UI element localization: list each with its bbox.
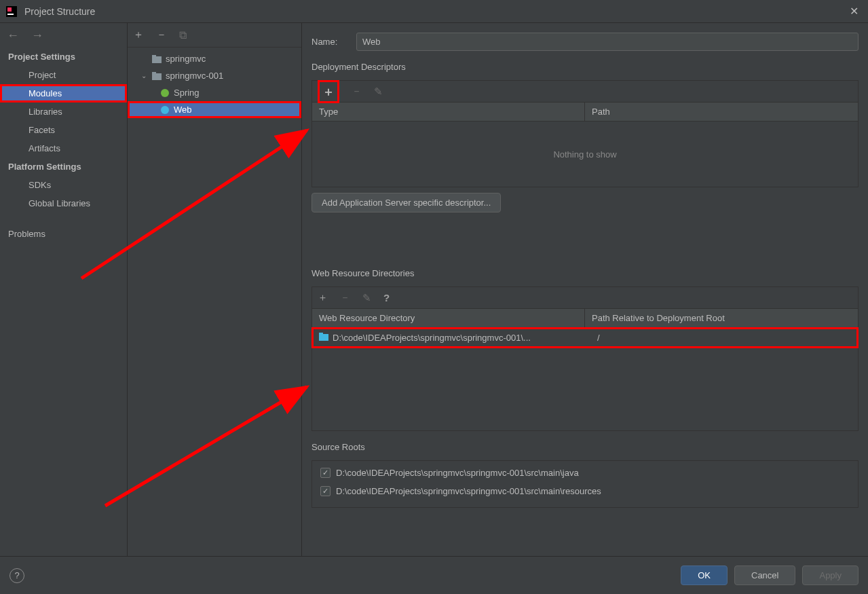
section-project-settings: Project Settings [0,48,127,66]
ok-button[interactable]: OK [681,565,728,585]
dd-toolbar: ＋ － ✎ [312,80,858,102]
tree-spring[interactable]: Spring [128,84,301,101]
svg-rect-5 [152,73,162,80]
help-button[interactable]: ? [10,568,24,583]
svg-rect-4 [152,55,156,57]
content-panel: Name: Deployment Descriptors ＋ － ✎ Type … [302,23,868,556]
tree-toolbar: ＋ － ⧉ [128,23,301,48]
source-roots-panel: ✓ D:\code\IDEAProjects\springmvc\springm… [312,460,858,508]
module-tree: springmvc ⌄ springmvc-001 Spring Web [128,48,301,118]
dd-col-path: Path [585,103,858,121]
web-icon [159,105,171,115]
cancel-button[interactable]: Cancel [734,565,795,585]
wrd-col1: Web Resource Directory [312,309,585,327]
svg-rect-3 [152,56,162,63]
svg-rect-2 [7,14,14,15]
folder-icon [319,333,328,343]
nav-libraries[interactable]: Libraries [0,103,127,121]
checkbox-checked-icon[interactable]: ✓ [320,486,331,496]
add-icon[interactable]: ＋ [133,28,144,42]
wrd-row-path: / [592,333,851,343]
wrd-row[interactable]: D:\code\IDEAProjects\springmvc\springmvc… [312,327,858,348]
nav-sdks[interactable]: SDKs [0,176,127,194]
wrd-table-body [312,348,858,431]
svg-point-7 [161,89,169,97]
wrd-row-dir-cell: D:\code\IDEAProjects\springmvc\springmvc… [319,333,592,343]
tree-spring-label: Spring [174,88,200,98]
nav-project[interactable]: Project [0,66,127,84]
svg-rect-10 [319,333,323,335]
folder-icon [151,55,163,63]
footer: ? OK Cancel Apply [0,556,868,594]
help-icon[interactable]: ? [383,292,390,303]
tree-root[interactable]: springmvc [128,50,301,67]
sidebar-left: ← → Project Settings Project Modules Lib… [0,23,128,556]
svg-rect-1 [7,7,12,12]
copy-icon[interactable]: ⧉ [179,29,187,41]
checkbox-checked-icon[interactable]: ✓ [320,468,331,478]
folder-icon [151,72,163,80]
window-title: Project Structure [24,6,846,17]
svg-rect-9 [319,334,328,341]
svg-point-8 [161,106,169,114]
dd-table-header: Type Path [312,102,858,121]
spring-icon [159,88,171,98]
module-tree-panel: ＋ － ⧉ springmvc ⌄ springmvc-001 Spring W… [128,23,302,556]
forward-icon[interactable]: → [31,29,43,43]
wrd-toolbar: ＋ － ✎ ? [312,286,858,308]
svg-rect-6 [152,72,156,74]
remove-icon[interactable]: － [156,28,167,42]
sr-title: Source Roots [312,442,858,452]
nav-problems[interactable]: Problems [0,225,127,243]
name-row: Name: [312,33,858,51]
dd-empty: Nothing to show [312,121,858,187]
titlebar: Project Structure ✕ [0,0,868,23]
nav-modules[interactable]: Modules [0,84,127,103]
remove-icon[interactable]: － [352,85,362,98]
source-root-row[interactable]: ✓ D:\code\IDEAProjects\springmvc\springm… [312,464,858,482]
tree-sub[interactable]: ⌄ springmvc-001 [128,67,301,84]
dd-panel: ＋ － ✎ Type Path Nothing to show Add Appl… [312,80,858,212]
source-root-path: D:\code\IDEAProjects\springmvc\springmvc… [336,468,579,478]
dd-empty-text: Nothing to show [553,149,616,160]
main: ← → Project Settings Project Modules Lib… [0,23,868,556]
nav-facets[interactable]: Facets [0,121,127,139]
add-icon[interactable]: ＋ [318,291,328,304]
source-root-row[interactable]: ✓ D:\code\IDEAProjects\springmvc\springm… [312,482,858,500]
close-icon[interactable]: ✕ [846,2,863,20]
wrd-title: Web Resource Directories [312,268,858,278]
add-server-descriptor-button[interactable]: Add Application Server specific descript… [312,193,501,212]
section-platform-settings: Platform Settings [0,157,127,176]
add-icon[interactable]: ＋ [322,83,335,100]
edit-icon[interactable]: ✎ [374,86,383,98]
apply-button[interactable]: Apply [802,565,858,585]
dd-add-box: ＋ [318,80,339,103]
remove-icon[interactable]: － [340,291,350,304]
source-root-path: D:\code\IDEAProjects\springmvc\springmvc… [336,486,601,496]
nav-artifacts[interactable]: Artifacts [0,139,127,157]
name-input[interactable] [356,33,858,51]
back-icon[interactable]: ← [7,29,19,43]
tree-sub-label: springmvc-001 [166,71,223,81]
nav-global-libraries[interactable]: Global Libraries [0,194,127,212]
tree-web[interactable]: Web [128,101,301,118]
dd-col-type: Type [312,103,585,121]
chevron-down-icon[interactable]: ⌄ [141,72,151,79]
wrd-table-header: Web Resource Directory Path Relative to … [312,308,858,327]
wrd-row-dir: D:\code\IDEAProjects\springmvc\springmvc… [333,333,531,343]
app-icon [5,5,18,18]
dd-title: Deployment Descriptors [312,62,858,72]
tree-root-label: springmvc [166,54,206,64]
wrd-panel: ＋ － ✎ ? Web Resource Directory Path Rela… [312,286,858,431]
nav-arrows: ← → [0,23,127,48]
name-label: Name: [312,37,345,47]
edit-icon[interactable]: ✎ [362,292,371,304]
wrd-col2: Path Relative to Deployment Root [585,309,858,327]
tree-web-label: Web [174,105,192,115]
